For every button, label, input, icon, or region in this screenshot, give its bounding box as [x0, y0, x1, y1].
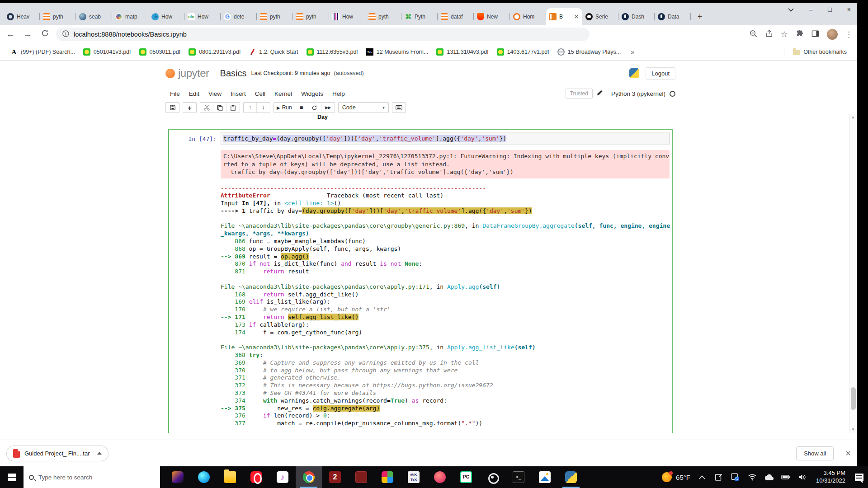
windows-ink-icon[interactable] [714, 472, 724, 482]
forward-button[interactable]: → [22, 29, 33, 39]
browser-tab-15[interactable]: Hom [510, 8, 546, 25]
browser-tab-2[interactable]: pyth [40, 8, 76, 25]
menu-file[interactable]: File [165, 90, 184, 97]
bookmark-item-9[interactable]: 1403.6177v1.pdf [493, 47, 553, 57]
taskbar-app-edge[interactable] [191, 466, 217, 488]
taskbar-app-pycharm[interactable] [453, 466, 479, 488]
browser-tab-3[interactable]: seab [76, 8, 112, 25]
bookmark-item-5[interactable]: 1.2. Quick Start [245, 47, 302, 57]
code-cell[interactable]: In [47]: traffic_by_day=(day.groupby(['d… [168, 129, 673, 433]
action-center-icon[interactable] [855, 474, 863, 481]
run-button[interactable]: ▶Run [274, 103, 295, 113]
bookmarks-overflow-chevron[interactable]: » [627, 46, 638, 57]
taskbar-app-pink-app[interactable] [427, 466, 453, 488]
weather-widget[interactable]: 65°F [662, 472, 690, 482]
browser-tab-13[interactable]: dataf [438, 8, 474, 25]
download-menu-chevron-icon[interactable] [97, 452, 102, 455]
browser-tab-12[interactable]: Pyth [401, 8, 438, 25]
maximize-button[interactable]: □ [828, 6, 831, 13]
start-button[interactable] [0, 466, 24, 488]
bookmark-item-7[interactable]: 12 Museums From... [362, 47, 433, 57]
scrollbar-thumb[interactable] [851, 387, 856, 410]
taskbar-app-photo-viewer[interactable] [532, 466, 558, 488]
new-tab-button[interactable]: + [693, 10, 706, 23]
move-cell-up-button[interactable]: ↑ [244, 103, 257, 113]
download-item[interactable]: Guided Project_ Fin....tar [6, 446, 108, 461]
notebook-scroll-area[interactable]: Day In [47]: traffic_by_day=(day.groupby… [0, 114, 857, 433]
cell-type-select[interactable]: Code▾ [338, 102, 389, 113]
notebook-title[interactable]: Basics [220, 68, 247, 79]
bookmark-item-2[interactable]: 0501041v3.pdf [79, 47, 135, 57]
browser-tab-6[interactable]: How [184, 8, 221, 25]
menu-help[interactable]: Help [328, 90, 349, 97]
bookmark-star-icon[interactable]: ☆ [781, 29, 788, 39]
jupyter-logo-text[interactable]: jupyter [178, 67, 209, 80]
browser-tab-16[interactable]: B✕ [546, 8, 582, 25]
bookmark-item-3[interactable]: 0503011.pdf [135, 47, 185, 57]
scrollbar-up-arrow[interactable]: ▲ [850, 115, 856, 119]
bookmark-item-10[interactable]: 15 Broadway Plays... [553, 47, 625, 57]
sync-status-icon[interactable] [731, 472, 741, 482]
restart-kernel-button[interactable] [308, 103, 321, 113]
reload-button[interactable] [39, 29, 51, 39]
taskbar-search[interactable]: Type here to search [24, 466, 160, 488]
browser-tab-17[interactable]: Serie [582, 8, 618, 25]
menu-cell[interactable]: Cell [250, 90, 270, 97]
close-button[interactable]: × [847, 6, 851, 13]
kernel-name[interactable]: Python 3 (ipykernel) [611, 90, 665, 97]
browser-tab-7[interactable]: dete [221, 8, 257, 25]
taskbar-app-red-app[interactable] [348, 466, 374, 488]
profile-avatar[interactable] [827, 29, 838, 40]
menu-view[interactable]: View [204, 90, 226, 97]
side-panel-icon[interactable] [811, 29, 820, 40]
back-button[interactable]: ← [5, 29, 16, 39]
code-editor[interactable]: traffic_by_day=(day.groupby(['day']))['d… [221, 132, 670, 145]
bookmark-item-8[interactable]: 1311.3104v3.pdf [432, 47, 492, 57]
browser-tab-8[interactable]: pyth [257, 8, 293, 25]
onedrive-cloud-icon[interactable] [764, 472, 774, 482]
browser-tab-11[interactable]: pyth [365, 8, 401, 25]
menu-kernel[interactable]: Kernel [270, 90, 297, 97]
restart-run-all-button[interactable]: ▶▶ [321, 103, 335, 113]
paste-cell-button[interactable] [226, 103, 240, 113]
taskbar-app-file-explorer[interactable] [217, 466, 243, 488]
menu-insert[interactable]: Insert [226, 90, 250, 97]
menu-edit[interactable]: Edit [184, 90, 204, 97]
move-cell-down-button[interactable]: ↓ [257, 103, 270, 113]
logout-button[interactable]: Logout [646, 67, 675, 80]
close-download-bar-icon[interactable]: × [845, 449, 851, 458]
browser-tab-19[interactable]: Data [655, 8, 691, 25]
taskbar-app-console[interactable] [505, 466, 532, 488]
bookmark-item-4[interactable]: 0801.2911v3.pdf [184, 47, 245, 57]
tab-close-icon[interactable]: ✕ [574, 14, 579, 20]
taskbar-app-chrome[interactable] [296, 466, 322, 488]
save-button[interactable] [166, 103, 179, 113]
browser-tab-4[interactable]: matp [112, 8, 148, 25]
notebook-scrollbar[interactable]: ▲ ▼ [849, 114, 856, 433]
browser-tab-14[interactable]: New [474, 8, 510, 25]
browser-tab-5[interactable]: How [148, 8, 184, 25]
taskbar-app-halloween-app[interactable] [165, 466, 191, 488]
other-bookmarks-button[interactable]: Other bookmarks [789, 47, 851, 57]
browser-tab-1[interactable]: Heav [4, 8, 40, 25]
menu-widgets[interactable]: Widgets [297, 90, 328, 97]
wifi-icon[interactable] [747, 472, 757, 482]
jupyter-logo-icon[interactable] [165, 69, 175, 78]
taskbar-app-python[interactable] [558, 466, 584, 488]
taskbar-app-photos[interactable] [374, 466, 401, 488]
trusted-button[interactable]: Trusted [566, 89, 593, 99]
stop-button[interactable]: ■ [295, 103, 308, 113]
browser-tab-18[interactable]: Dash [618, 8, 655, 25]
bookmark-item-1[interactable]: (99+) (PDF) Search... [6, 47, 79, 57]
browser-tab-9[interactable]: pyth [293, 8, 329, 25]
taskbar-app-opera[interactable] [243, 466, 269, 488]
taskbar-app-music[interactable] [269, 466, 296, 488]
tray-overflow-chevron-icon[interactable] [697, 472, 707, 482]
minimize-button[interactable]: – [809, 6, 813, 13]
show-all-downloads-button[interactable]: Show all [796, 446, 834, 460]
taskbar-clock[interactable]: 3:45 PM 10/31/2022 [816, 469, 845, 485]
command-palette-button[interactable] [392, 103, 406, 113]
taskbar-app-miktex[interactable] [401, 466, 427, 488]
share-icon[interactable] [765, 29, 774, 40]
page-info-icon[interactable] [62, 30, 69, 38]
